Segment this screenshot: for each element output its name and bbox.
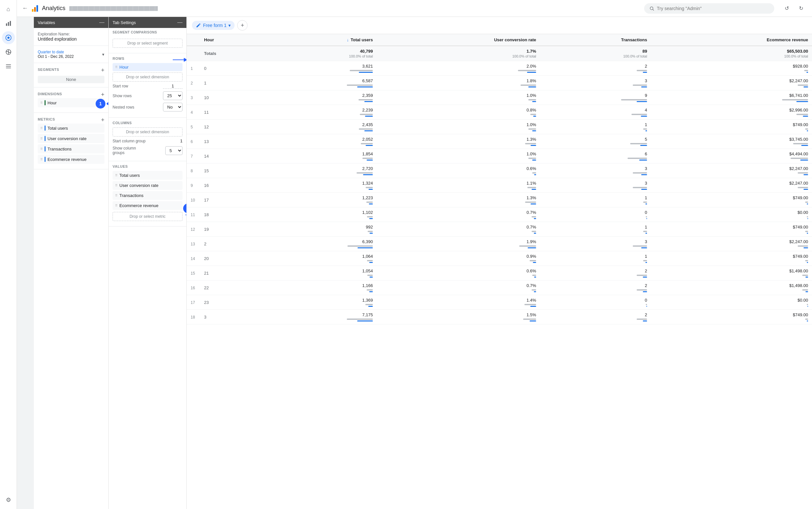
back-button[interactable]: ←	[22, 5, 28, 12]
cell-transactions: 2	[540, 61, 651, 76]
metric-transactions[interactable]: ⠿ Transactions	[38, 144, 104, 154]
row-num: 14	[187, 251, 200, 266]
metric-color-bar	[44, 126, 45, 131]
cell-hour: 14	[200, 149, 266, 164]
row-num: 10	[187, 193, 200, 207]
row-num: 15	[187, 266, 200, 280]
nested-rows-row: Nested rows NoYes	[113, 103, 183, 111]
undo-button[interactable]: ↺	[781, 3, 792, 14]
cell-conversion-rate: 1.5%	[377, 310, 540, 325]
dimension-color-bar	[44, 100, 45, 105]
cell-conversion-rate: 0.7%	[377, 207, 540, 222]
cell-conversion-rate: 0.7%	[377, 280, 540, 295]
cell-total-users: 2,435	[266, 120, 377, 134]
row-num: 6	[187, 134, 200, 149]
cell-ecommerce-revenue: $749.00	[651, 120, 812, 134]
metric-color-bar	[44, 146, 45, 151]
table-row: 4 11 2,239 0.8% 4 $2,996.0	[187, 105, 812, 120]
cell-ecommerce-revenue: $0.00	[651, 295, 812, 310]
add-dimension-btn[interactable]: +	[101, 91, 104, 98]
data-table-container[interactable]: Hour ↓ Total users User conversion rate …	[187, 34, 812, 509]
start-row-row: Start row	[113, 83, 183, 89]
svg-rect-1	[8, 22, 9, 26]
cell-conversion-rate: 0.9%	[377, 251, 540, 266]
cell-transactions: 4	[540, 105, 651, 120]
svg-rect-7	[6, 64, 11, 65]
cell-total-users: 6,390	[266, 237, 377, 251]
cell-ecommerce-revenue: $2,247.00	[651, 237, 812, 251]
value-conversion-rate[interactable]: ⠿ User conversion rate	[113, 181, 183, 190]
table-row: 18 3 7,175 1.5% 2 $749.00	[187, 310, 812, 325]
nested-rows-select[interactable]: NoYes	[163, 103, 183, 111]
cell-total-users: 992	[266, 222, 377, 237]
app-title: Analytics	[42, 5, 65, 12]
cell-hour: 18	[200, 207, 266, 222]
drop-metric-zone[interactable]: Drop or select metric	[113, 212, 183, 221]
value-ecommerce-revenue[interactable]: ⠿ Ecommerce revenue	[113, 201, 183, 210]
table-row: 5 12 2,435 1.0% 1 $749.00	[187, 120, 812, 134]
cell-total-users: 2,359	[266, 90, 377, 105]
nav-home[interactable]: ⌂	[2, 3, 15, 15]
tab-settings-minimize-btn[interactable]: —	[177, 20, 183, 25]
show-rows-select[interactable]: 2551050100250500	[163, 91, 183, 100]
cell-ecommerce-revenue: $3,745.00	[651, 134, 812, 149]
table-row: 9 16 1,324 1.1% 3 $2,247.0	[187, 178, 812, 193]
cell-conversion-rate: 1.9%	[377, 237, 540, 251]
add-segment-btn[interactable]: +	[101, 67, 104, 74]
col-header-transactions[interactable]: Transactions	[540, 34, 651, 46]
drag-handle-icon: ⠿	[40, 101, 42, 105]
nav-advertising[interactable]	[2, 45, 15, 59]
tab-dropdown-icon[interactable]: ▾	[228, 23, 231, 28]
drag-handle-icon: ⠿	[40, 127, 42, 130]
cell-conversion-rate: 0.8%	[377, 105, 540, 120]
add-metric-btn[interactable]: +	[101, 117, 104, 124]
nav-configure[interactable]	[2, 60, 15, 73]
metric-total-users[interactable]: ⠿ Total users	[38, 124, 104, 133]
table-row: 14 20 1,064 0.9% 1 $749.00	[187, 251, 812, 266]
row-num: 12	[187, 222, 200, 237]
metric-conversion-rate[interactable]: ⠿ User conversion rate	[38, 134, 104, 143]
metric-ecommerce-revenue[interactable]: ⠿ Ecommerce revenue	[38, 155, 104, 164]
free-form-tab[interactable]: Free form 1 ▾	[192, 21, 235, 30]
variables-minimize-btn[interactable]: —	[99, 20, 104, 25]
col-header-conversion-rate[interactable]: User conversion rate	[377, 34, 540, 46]
nav-explore[interactable]	[2, 31, 15, 44]
show-column-groups-select[interactable]: 51025	[165, 146, 183, 155]
cell-conversion-rate: 1.0%	[377, 90, 540, 105]
row-num: 2	[187, 76, 200, 90]
col-header-hour[interactable]: Hour	[200, 34, 266, 46]
nav-reports[interactable]	[2, 17, 15, 30]
cell-conversion-rate: 1.0%	[377, 149, 540, 164]
drop-column-zone[interactable]: Drop or select dimension	[113, 127, 183, 137]
redo-button[interactable]: ↻	[795, 3, 807, 14]
start-row-input[interactable]	[163, 83, 183, 89]
drag-handle-icon: ⠿	[40, 147, 42, 151]
cell-conversion-rate: 1.3%	[377, 134, 540, 149]
col-header-total-users[interactable]: ↓ Total users	[266, 34, 377, 46]
col-header-ecommerce-revenue[interactable]: Ecommerce revenue	[651, 34, 812, 46]
svg-point-4	[7, 37, 9, 39]
cell-ecommerce-revenue: $1,498.00	[651, 266, 812, 280]
value-total-users[interactable]: ⠿ Total users	[113, 171, 183, 180]
row-num: 11	[187, 207, 200, 222]
search-input[interactable]	[657, 6, 769, 11]
drop-segment-zone[interactable]: Drop or select segment	[113, 39, 183, 48]
drop-dimension-zone[interactable]: Drop or select dimension	[113, 72, 183, 81]
nav-settings[interactable]: ⚙	[2, 494, 15, 506]
cell-total-users: 1,854	[266, 149, 377, 164]
add-tab-btn[interactable]: +	[237, 20, 248, 31]
value-transactions[interactable]: ⠿ Transactions	[113, 191, 183, 200]
cell-ecommerce-revenue: $2,247.00	[651, 178, 812, 193]
tab-settings-panel: Tab Settings — SEGMENT COMPARISONS Drop …	[108, 17, 187, 509]
cell-conversion-rate: 0.7%	[377, 222, 540, 237]
table-row: 16 22 1,166 0.7% 2 $1,498.	[187, 280, 812, 295]
cell-hour: 12	[200, 120, 266, 134]
rows-section: ROWS 3 ⠿ Hour Drop or select dimension S…	[108, 53, 186, 118]
dimension-hour[interactable]: ⠿ Hour	[38, 98, 104, 107]
cell-total-users: 3,621	[266, 61, 377, 76]
annotation-badge-2: 2	[183, 203, 187, 213]
show-column-groups-row: Show column groups 51025	[113, 146, 183, 155]
date-dropdown-icon[interactable]: ▾	[102, 52, 104, 57]
search-bar[interactable]	[644, 3, 774, 14]
cell-total-users: 1,324	[266, 178, 377, 193]
